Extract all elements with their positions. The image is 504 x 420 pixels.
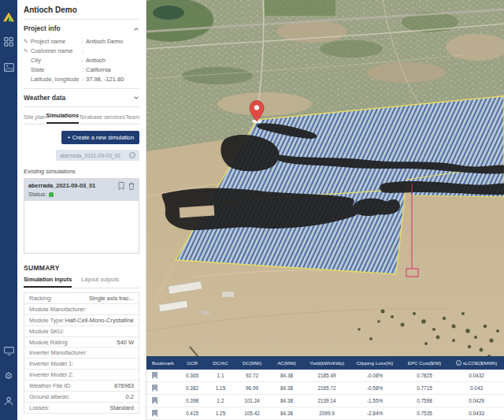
col-gcr: GCR [178,360,206,366]
summary-table: Racking:Single axis trac... Module Manuf… [24,292,139,414]
summary-row: Module Rating:540 W [24,337,139,348]
weather-data-label: Weather data [24,94,65,102]
simulation-status: Status: [28,191,95,198]
summary-row: Racking:Single axis trac... [24,293,139,304]
left-panel: Antioch Demo Project info ✎ Project name… [17,0,146,420]
map-canvas[interactable]: Bookmark GCR DC/AC DC(MW) AC(MW) Yield(k… [146,0,504,420]
summary-row: Weather File ID:876963 [24,381,139,392]
project-info-header[interactable]: Project info [24,20,139,37]
app-window: ⚙ Antioch Demo Project info ✎ Project na… [0,0,504,420]
trash-icon[interactable] [128,182,135,190]
field-city: City : Antioch [24,56,139,65]
summary-row: Ground albedo:0.2 [24,392,139,403]
bookmark-icon[interactable] [152,397,158,404]
summary-row: Module Manufacturer: [24,304,139,315]
results-table: Bookmark GCR DC/AC DC(MW) AC(MW) Yield(k… [146,356,504,420]
col-clipping: Clipping Loss(%) [350,360,400,366]
field-customer-name: ✎ Customer name : [24,46,139,56]
bookmark-icon[interactable] [152,372,158,379]
apps-grid-icon[interactable] [3,36,14,47]
summary-row: Inverter Manufacturer: [24,348,139,359]
simulation-name: aberrada_2021-09-03_01 [28,182,95,189]
col-dc: DC(MW) [235,360,269,366]
summary-row: Inverter Model 2: [24,370,139,381]
icon-rail: ⚙ [0,0,17,420]
chevron-down-icon [134,95,139,99]
tab-site-plan[interactable]: Site plan [24,113,46,124]
col-slcoe: i sLCOE($/MWh) [449,360,504,366]
project-info-fields: ✎ Project name : Antioch Demo ✎ Customer… [24,37,139,88]
bookmark-icon[interactable] [152,385,158,392]
col-dcac: DC/AC [206,360,235,366]
field-project-name: ✎ Project name : Antioch Demo [24,37,139,46]
simulation-list: aberrada_2021-09-03_01 Status: [24,178,139,254]
summary-row: Module Type:Half-Cell-Mono-Crystalline [24,315,139,326]
terabase-logo-icon [3,11,14,22]
field-state: State : California [24,65,139,75]
weather-data-header[interactable]: Weather data [24,89,139,106]
settings-gear-icon[interactable]: ⚙ [3,370,14,381]
new-simulation-name-input[interactable]: aberrada_2021-09-03_02 i [56,150,139,161]
create-simulation-button[interactable]: + Create a new simulation [61,131,139,144]
col-ac: AC(MW) [269,360,304,366]
panel-nav-tabs: Site plan Simulations Terabase services … [24,107,139,125]
results-table-header: Bookmark GCR DC/AC DC(MW) AC(MW) Yield(k… [146,356,504,370]
table-row[interactable]: 0.415 1.25 105.42 84.38 2099.9 -2.84% 0.… [146,407,504,420]
tab-layout-outputs[interactable]: Layout outputs [81,276,119,288]
summary-title: SUMMARY [24,264,139,272]
bookmark-icon[interactable] [118,182,124,190]
monitor-icon[interactable] [3,345,14,356]
table-row[interactable]: 0.382 1.15 96.99 84.38 2165.72 -0.58% 0.… [146,382,504,395]
project-title: Antioch Demo [24,0,139,19]
summary-row: Module SKU: [24,326,139,337]
project-info-label: Project info [24,24,61,32]
map-image-icon[interactable] [3,61,14,72]
tab-simulations[interactable]: Simulations [46,112,79,124]
col-yield: Yield(kWh/kWp) [304,360,350,366]
table-row[interactable]: 0.398 1.2 101.24 84.38 2139.14 -1.55% 0.… [146,395,504,407]
col-bookmark: Bookmark [146,360,178,366]
col-epc: EPC Cost($/W) [400,360,449,366]
summary-row: Losses:Standard [24,403,139,414]
summary-tabs: Simulation inputs Layout outputs [24,276,139,288]
existing-simulations-label: Existing simulations [24,168,139,175]
edit-pencil-icon[interactable]: ✎ [24,37,31,46]
summary-row: Inverter Model 1: [24,359,139,370]
info-icon[interactable]: i [456,360,461,366]
tab-simulation-inputs[interactable]: Simulation inputs [24,276,72,288]
info-icon[interactable]: i [129,152,135,158]
bookmark-icon[interactable] [152,410,158,417]
edit-pencil-icon[interactable]: ✎ [24,46,31,56]
table-row[interactable]: 0.365 1.1 92.72 84.38 2185.49 -0.08% 0.7… [146,370,504,382]
status-green-icon [49,192,54,197]
user-profile-icon[interactable] [3,396,14,407]
chevron-up-icon [134,28,139,32]
field-lat-long: Latitude, longitude : 37.98, -121.80 [24,75,139,84]
simulation-list-item[interactable]: aberrada_2021-09-03_01 Status: [24,179,139,201]
tab-team[interactable]: Team [125,113,139,124]
tab-terabase-services[interactable]: Terabase services [79,113,125,124]
